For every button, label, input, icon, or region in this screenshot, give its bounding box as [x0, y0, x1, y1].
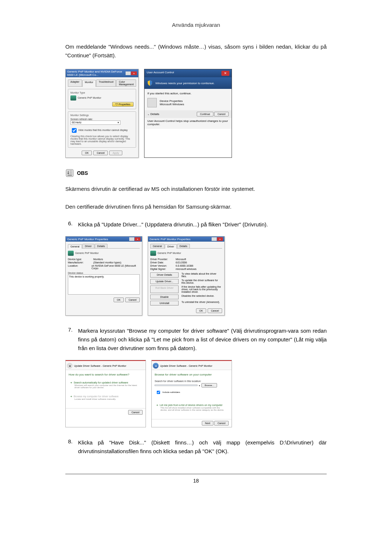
step-number: 8. — [65, 438, 73, 456]
signer-label: Digital Signer: — [150, 268, 176, 270]
hide-modes-checkbox[interactable] — [72, 128, 77, 133]
properties-button[interactable]: 🛡 Properties — [112, 102, 134, 107]
browse-option[interactable]: ➜Browse my computer for driver software … — [69, 394, 143, 402]
step-number: 7. — [65, 327, 73, 353]
refresh-rate-dropdown[interactable]: 60 Hertz ▾ — [70, 120, 121, 125]
cancel-button[interactable]: Cancel — [208, 308, 222, 313]
manufacturer-label: Manufacturer: — [68, 261, 93, 264]
note-text-2: Den certifierade drivrutinen finns på he… — [65, 202, 327, 211]
back-button[interactable]: ◄ — [153, 363, 159, 369]
minimize-icon[interactable] — [126, 71, 131, 75]
minimize-icon[interactable] — [129, 237, 134, 241]
cancel-button[interactable]: Cancel — [214, 421, 229, 426]
details-link[interactable]: Details — [150, 112, 159, 116]
continue-button[interactable]: Continue — [197, 112, 213, 116]
ok-button[interactable]: OK — [114, 297, 124, 302]
ms-windows-text: Microsoft Windows — [160, 103, 184, 106]
cancel-button[interactable]: Cancel — [125, 297, 140, 302]
wizard-heading: Browse for driver software on your compu… — [155, 373, 229, 376]
device-status-label: Device status — [68, 272, 140, 274]
props-driver-dialog: Generic PnP Monitor Properties × General… — [148, 236, 225, 316]
step-number: 6. — [65, 220, 73, 229]
close-icon[interactable]: ✕ — [221, 71, 229, 76]
note-label: OBS — [77, 170, 88, 176]
props-general-dialog: Generic PnP Monitor Properties × General… — [65, 236, 142, 316]
uac-heading: Windows needs your permission to contion… — [155, 82, 215, 85]
titlebar: Generic PnP Monitor and NVIDIA GeForce 6… — [66, 69, 138, 77]
chevron-down-icon[interactable]: ⌄ — [147, 113, 150, 115]
note-icon — [65, 169, 74, 177]
provider-label: Driver Provider: — [150, 258, 176, 260]
apply-button[interactable]: Apply — [109, 151, 122, 155]
window-title: Generic PnP Monitor and NVIDIA GeForce 6… — [67, 70, 126, 77]
screenshot-row-1: Generic PnP Monitor and NVIDIA GeForce 6… — [65, 69, 327, 158]
step-text: Klicka på "Have Disk..." (Diskett finns…… — [78, 438, 327, 456]
uac-dialog: User Account Control ✕ Windows needs you… — [144, 69, 232, 158]
cancel-button[interactable]: Cancel — [214, 112, 229, 116]
rollback-desc: If the device fails after updating the d… — [181, 286, 222, 293]
tab-adapter[interactable]: Adapter — [68, 79, 82, 86]
back-button[interactable]: ◄ — [67, 363, 73, 369]
uninstall-desc: To uninstall the driver (Advanced). — [181, 301, 222, 305]
page-number: 18 — [65, 474, 327, 484]
cancel-button[interactable]: Cancel — [128, 410, 143, 415]
close-icon[interactable]: × — [217, 237, 223, 241]
ok-button[interactable]: OK — [196, 308, 206, 313]
note-section: OBS — [65, 169, 327, 177]
minimize-icon[interactable] — [212, 237, 217, 241]
page-header: Använda mjukvaran — [65, 22, 327, 28]
tab-driver[interactable]: Driver — [165, 244, 177, 249]
signer-value: microsoft windows — [176, 268, 196, 270]
disable-button[interactable]: Disable — [150, 295, 179, 299]
hide-modes-label: Hide modes that this monitor cannot disp… — [78, 129, 128, 131]
tab-color[interactable]: Color Management — [116, 79, 136, 86]
tab-monitor[interactable]: Monitor — [82, 80, 96, 87]
cancel-button[interactable]: Cancel — [93, 151, 108, 155]
wizard-browse-dialog: ◄ Update Driver Software - Generic PnP M… — [151, 360, 232, 427]
search-auto-option[interactable]: ➜Search automatically for updated driver… — [69, 380, 143, 390]
option-subtext: Locate and install driver software manua… — [74, 398, 141, 400]
tab-driver[interactable]: Driver — [82, 244, 94, 248]
update-driver-button[interactable]: Update Driver... — [150, 279, 179, 284]
close-icon[interactable]: × — [131, 71, 137, 75]
version-value: 6.0.6000.16386 — [176, 264, 193, 267]
tab-troubleshoot[interactable]: Troubleshoot — [96, 79, 116, 86]
path-input[interactable] — [155, 385, 197, 386]
next-button[interactable]: Next — [202, 421, 213, 426]
close-icon[interactable]: × — [135, 237, 140, 241]
tab-details[interactable]: Details — [177, 244, 190, 248]
window-title: Generic PnP Monitor Properties — [150, 238, 191, 241]
driver-details-button[interactable]: Driver Details — [150, 272, 179, 278]
uac-title: User Account Control — [147, 71, 174, 76]
monitor-name: Generic PnP Monitor — [78, 97, 101, 99]
tab-general[interactable]: General — [68, 244, 82, 249]
uninstall-button[interactable]: Uninstall — [150, 301, 179, 305]
rollback-button[interactable]: Roll Back Driver — [150, 286, 179, 293]
date-value: 6/21/2006 — [176, 261, 187, 264]
tab-details[interactable]: Details — [95, 244, 107, 248]
settings-label: Monitor Settings — [70, 114, 134, 116]
driver-details-desc: To view details about the driver files. — [181, 272, 222, 278]
uac-titlebar: User Account Control ✕ — [144, 69, 232, 77]
arrow-icon: ➜ — [70, 395, 72, 398]
window-title: Generic PnP Monitor Properties — [67, 238, 108, 241]
device-status-box: This device is working properly. — [68, 274, 140, 295]
step-7: 7. Markera kryssrutan "Browse my compute… — [65, 327, 327, 353]
monitor-properties-dialog: Generic PnP Monitor and NVIDIA GeForce 6… — [65, 69, 139, 158]
include-subfolders-checkbox[interactable] — [157, 391, 160, 394]
refresh-rate-label: Screen refresh rate: — [70, 118, 134, 120]
chevron-down-icon: ▾ — [118, 121, 119, 124]
location-value: on NVIDIA GeForce 6600 LE (Microsoft Cor… — [91, 264, 140, 270]
note-text-1: Skärmens drivrutin är certifierad av MS … — [65, 185, 327, 193]
date-label: Driver Date: — [150, 261, 176, 264]
ok-button[interactable]: OK — [82, 151, 92, 155]
device-type-label: Device type: — [68, 258, 93, 260]
tab-general[interactable]: General — [150, 244, 164, 248]
browse-button[interactable]: Browse... — [201, 383, 217, 387]
svg-rect-0 — [66, 169, 73, 177]
screenshot-row-2: Generic PnP Monitor Properties × General… — [65, 236, 327, 316]
pick-from-list-option[interactable]: ➜Let me pick from a list of device drive… — [155, 402, 229, 413]
step-text: Markera kryssrutan "Browse my computer f… — [78, 327, 327, 353]
update-desc: To update the driver software for this d… — [181, 279, 222, 284]
wizard-search-dialog: ◄ Update Driver Software - Generic PnP M… — [65, 360, 146, 427]
